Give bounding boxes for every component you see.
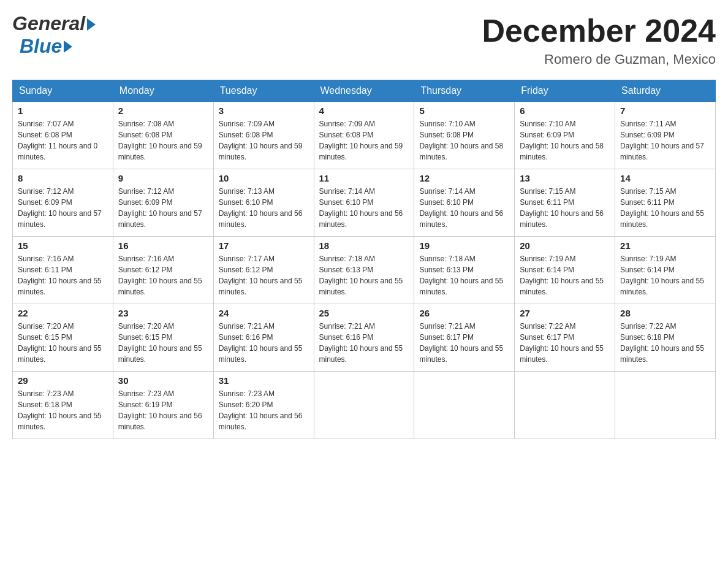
calendar-day-cell: 30 Sunrise: 7:23 AM Sunset: 6:19 PM Dayl… — [113, 372, 213, 439]
day-info: Sunrise: 7:13 AM Sunset: 6:10 PM Dayligh… — [219, 186, 309, 230]
logo-blue-chevron-icon — [64, 40, 72, 53]
calendar-day-cell: 21 Sunrise: 7:19 AM Sunset: 6:14 PM Dayl… — [615, 237, 716, 304]
day-info: Sunrise: 7:14 AM Sunset: 6:10 PM Dayligh… — [319, 186, 409, 230]
month-title: December 2024 — [482, 12, 716, 49]
calendar-day-cell: 5 Sunrise: 7:10 AM Sunset: 6:08 PM Dayli… — [414, 102, 515, 169]
day-info: Sunrise: 7:10 AM Sunset: 6:08 PM Dayligh… — [419, 118, 509, 163]
header-monday: Monday — [113, 80, 213, 102]
day-number: 18 — [319, 240, 409, 251]
day-number: 8 — [18, 173, 108, 183]
calendar-day-cell: 8 Sunrise: 7:12 AM Sunset: 6:09 PM Dayli… — [13, 169, 113, 237]
header-wednesday: Wednesday — [314, 80, 414, 102]
day-info: Sunrise: 7:12 AM Sunset: 6:09 PM Dayligh… — [18, 186, 108, 230]
day-info: Sunrise: 7:23 AM Sunset: 6:19 PM Dayligh… — [118, 388, 208, 432]
day-info: Sunrise: 7:17 AM Sunset: 6:12 PM Dayligh… — [219, 253, 309, 297]
day-info: Sunrise: 7:11 AM Sunset: 6:09 PM Dayligh… — [620, 118, 710, 163]
title-section: December 2024 Romero de Guzman, Mexico — [482, 12, 716, 67]
logo-chevron-icon — [87, 18, 96, 31]
day-info: Sunrise: 7:18 AM Sunset: 6:13 PM Dayligh… — [319, 253, 409, 297]
day-info: Sunrise: 7:19 AM Sunset: 6:14 PM Dayligh… — [620, 253, 710, 297]
calendar-day-cell: 13 Sunrise: 7:15 AM Sunset: 6:11 PM Dayl… — [515, 169, 615, 237]
day-number: 24 — [219, 308, 309, 318]
day-number: 2 — [118, 105, 208, 116]
calendar-day-cell: 17 Sunrise: 7:17 AM Sunset: 6:12 PM Dayl… — [213, 237, 314, 304]
day-number: 30 — [118, 375, 208, 386]
calendar-day-cell: 1 Sunrise: 7:07 AM Sunset: 6:08 PM Dayli… — [13, 102, 113, 169]
day-info: Sunrise: 7:21 AM Sunset: 6:16 PM Dayligh… — [219, 321, 309, 365]
calendar-week-row: 29 Sunrise: 7:23 AM Sunset: 6:18 PM Dayl… — [13, 372, 716, 439]
calendar-day-cell: 27 Sunrise: 7:22 AM Sunset: 6:17 PM Dayl… — [515, 304, 615, 372]
day-number: 9 — [118, 173, 208, 183]
calendar-day-cell: 29 Sunrise: 7:23 AM Sunset: 6:18 PM Dayl… — [13, 372, 113, 439]
page-header: General Blue December 2024 Romero de Guz… — [12, 12, 716, 67]
calendar-table: Sunday Monday Tuesday Wednesday Thursday… — [12, 80, 716, 439]
calendar-day-cell: 4 Sunrise: 7:09 AM Sunset: 6:08 PM Dayli… — [314, 102, 414, 169]
day-number: 26 — [419, 308, 509, 318]
calendar-day-cell: 9 Sunrise: 7:12 AM Sunset: 6:09 PM Dayli… — [113, 169, 213, 237]
calendar-day-cell: 19 Sunrise: 7:18 AM Sunset: 6:13 PM Dayl… — [414, 237, 515, 304]
day-number: 13 — [520, 173, 610, 183]
header-saturday: Saturday — [615, 80, 716, 102]
day-info: Sunrise: 7:08 AM Sunset: 6:08 PM Dayligh… — [118, 118, 208, 163]
day-number: 29 — [18, 375, 108, 386]
day-number: 10 — [219, 173, 309, 183]
day-number: 6 — [520, 105, 610, 116]
calendar-day-cell: 23 Sunrise: 7:20 AM Sunset: 6:15 PM Dayl… — [113, 304, 213, 372]
calendar-day-cell: 14 Sunrise: 7:15 AM Sunset: 6:11 PM Dayl… — [615, 169, 716, 237]
day-number: 1 — [18, 105, 108, 116]
calendar-day-cell: 25 Sunrise: 7:21 AM Sunset: 6:16 PM Dayl… — [314, 304, 414, 372]
day-info: Sunrise: 7:20 AM Sunset: 6:15 PM Dayligh… — [18, 321, 108, 365]
day-number: 7 — [620, 105, 710, 116]
calendar-day-cell: 20 Sunrise: 7:19 AM Sunset: 6:14 PM Dayl… — [515, 237, 615, 304]
logo: General Blue — [12, 12, 96, 58]
day-info: Sunrise: 7:07 AM Sunset: 6:08 PM Dayligh… — [18, 118, 108, 163]
day-number: 12 — [419, 173, 509, 183]
day-info: Sunrise: 7:23 AM Sunset: 6:18 PM Dayligh… — [18, 388, 108, 432]
day-number: 27 — [520, 308, 610, 318]
calendar-day-cell: 24 Sunrise: 7:21 AM Sunset: 6:16 PM Dayl… — [213, 304, 314, 372]
calendar-day-cell: 18 Sunrise: 7:18 AM Sunset: 6:13 PM Dayl… — [314, 237, 414, 304]
day-info: Sunrise: 7:22 AM Sunset: 6:18 PM Dayligh… — [620, 321, 710, 365]
day-info: Sunrise: 7:14 AM Sunset: 6:10 PM Dayligh… — [419, 186, 509, 230]
day-info: Sunrise: 7:15 AM Sunset: 6:11 PM Dayligh… — [520, 186, 610, 230]
day-info: Sunrise: 7:09 AM Sunset: 6:08 PM Dayligh… — [319, 118, 409, 163]
day-info: Sunrise: 7:16 AM Sunset: 6:12 PM Dayligh… — [118, 253, 208, 297]
day-info: Sunrise: 7:23 AM Sunset: 6:20 PM Dayligh… — [219, 388, 309, 432]
location-text: Romero de Guzman, Mexico — [482, 52, 716, 67]
header-friday: Friday — [515, 80, 615, 102]
day-number: 23 — [118, 308, 208, 318]
calendar-day-cell: 2 Sunrise: 7:08 AM Sunset: 6:08 PM Dayli… — [113, 102, 213, 169]
calendar-day-cell: 31 Sunrise: 7:23 AM Sunset: 6:20 PM Dayl… — [213, 372, 314, 439]
calendar-day-cell: 22 Sunrise: 7:20 AM Sunset: 6:15 PM Dayl… — [13, 304, 113, 372]
day-number: 16 — [118, 240, 208, 251]
header-tuesday: Tuesday — [213, 80, 314, 102]
calendar-day-cell: 15 Sunrise: 7:16 AM Sunset: 6:11 PM Dayl… — [13, 237, 113, 304]
calendar-day-cell: 16 Sunrise: 7:16 AM Sunset: 6:12 PM Dayl… — [113, 237, 213, 304]
calendar-day-cell: 10 Sunrise: 7:13 AM Sunset: 6:10 PM Dayl… — [213, 169, 314, 237]
day-info: Sunrise: 7:12 AM Sunset: 6:09 PM Dayligh… — [118, 186, 208, 230]
day-number: 19 — [419, 240, 509, 251]
header-sunday: Sunday — [13, 80, 113, 102]
header-thursday: Thursday — [414, 80, 515, 102]
day-number: 5 — [419, 105, 509, 116]
calendar-day-cell: 11 Sunrise: 7:14 AM Sunset: 6:10 PM Dayl… — [314, 169, 414, 237]
day-number: 17 — [219, 240, 309, 251]
calendar-day-cell: 3 Sunrise: 7:09 AM Sunset: 6:08 PM Dayli… — [213, 102, 314, 169]
day-info: Sunrise: 7:15 AM Sunset: 6:11 PM Dayligh… — [620, 186, 710, 230]
calendar-day-cell — [414, 372, 515, 439]
day-info: Sunrise: 7:21 AM Sunset: 6:17 PM Dayligh… — [419, 321, 509, 365]
calendar-week-row: 8 Sunrise: 7:12 AM Sunset: 6:09 PM Dayli… — [13, 169, 716, 237]
day-info: Sunrise: 7:18 AM Sunset: 6:13 PM Dayligh… — [419, 253, 509, 297]
calendar-week-row: 15 Sunrise: 7:16 AM Sunset: 6:11 PM Dayl… — [13, 237, 716, 304]
day-number: 22 — [18, 308, 108, 318]
calendar-day-cell: 28 Sunrise: 7:22 AM Sunset: 6:18 PM Dayl… — [615, 304, 716, 372]
calendar-day-cell — [314, 372, 414, 439]
day-number: 15 — [18, 240, 108, 251]
day-info: Sunrise: 7:21 AM Sunset: 6:16 PM Dayligh… — [319, 321, 409, 365]
calendar-day-cell — [615, 372, 716, 439]
day-info: Sunrise: 7:16 AM Sunset: 6:11 PM Dayligh… — [18, 253, 108, 297]
day-info: Sunrise: 7:09 AM Sunset: 6:08 PM Dayligh… — [219, 118, 309, 163]
calendar-day-cell: 7 Sunrise: 7:11 AM Sunset: 6:09 PM Dayli… — [615, 102, 716, 169]
calendar-header-row: Sunday Monday Tuesday Wednesday Thursday… — [13, 80, 716, 102]
day-number: 28 — [620, 308, 710, 318]
